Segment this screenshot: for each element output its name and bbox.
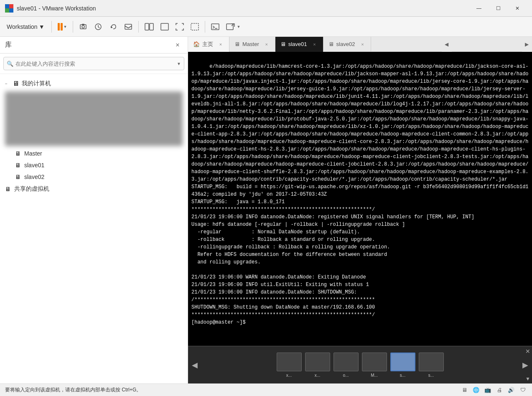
tab-home-label: 主页 [202, 41, 213, 48]
status-bar: 要将输入定向到该虚拟机，请在虚拟机内部单击或按 Ctrl+G。 🖥 🌐 📺 🖨 … [0, 383, 532, 396]
tab-home-close[interactable]: × [217, 41, 224, 48]
tab-home[interactable]: 🏠 主页 × [188, 37, 229, 52]
svg-rect-11 [145, 23, 149, 30]
tab-master-close[interactable]: × [263, 41, 270, 48]
window-controls: — ☐ ✕ [469, 2, 527, 15]
thumbnail-label-6: s... [428, 373, 434, 378]
terminal-icon [211, 23, 219, 31]
split-view-icon [145, 23, 154, 31]
unity-view-button[interactable] [188, 19, 201, 34]
thumbnail-3 [333, 353, 359, 371]
thumbnail-strip-collapse-button[interactable]: ▼ [525, 376, 530, 382]
vm-label-master: Master [24, 150, 42, 157]
sidebar-close-button[interactable]: × [173, 40, 183, 50]
share-vm-button[interactable] [122, 19, 135, 34]
terminal-output[interactable]: e/hadoop/mapreduce/lib/hamcrest-core-1.3… [188, 52, 532, 346]
svg-point-6 [82, 26, 84, 28]
vm-thumbnail-area [0, 90, 188, 148]
fullscreen-button[interactable] [173, 19, 186, 34]
thumbnail-1 [277, 353, 302, 371]
send-message-button[interactable] [209, 19, 222, 34]
svg-rect-12 [150, 23, 153, 30]
thumbnail-item-6[interactable]: s... [419, 353, 444, 378]
toolbar-separator-1 [51, 21, 52, 33]
main-layout: 库 × 🔍 ▼ − 🖥 我的计算机 [0, 37, 532, 383]
thumbnail-4 [362, 353, 387, 371]
svg-marker-3 [5, 8, 9, 13]
zoom-button[interactable]: ▼ [224, 19, 243, 34]
snapshot-manager-button[interactable] [92, 19, 105, 34]
svg-rect-13 [161, 23, 168, 30]
status-display-icon[interactable]: 📺 [484, 386, 492, 394]
status-print-icon[interactable]: 🖨 [495, 386, 504, 394]
single-view-button[interactable] [158, 19, 171, 34]
thumbnail-label-2: x... [315, 373, 320, 378]
minimize-button[interactable]: — [469, 2, 489, 15]
tab-master-label: Master [242, 41, 259, 47]
maximize-button[interactable]: ☐ [489, 2, 508, 15]
thumbnail-label-5: s... [400, 373, 405, 378]
search-dropdown-arrow[interactable]: ▼ [177, 61, 181, 66]
workstation-menu-button[interactable]: Workstation ▼ [3, 19, 48, 34]
vm-snapshot-button[interactable] [76, 19, 90, 34]
thumbnail-item-2[interactable]: x... [305, 353, 330, 378]
expand-icon: − [5, 82, 10, 86]
my-computer-label: 我的计算机 [22, 80, 51, 87]
single-view-icon [160, 23, 169, 31]
computer-icon: 🖥 [13, 80, 19, 87]
my-computer-header[interactable]: − 🖥 我的计算机 [0, 77, 188, 90]
status-computer-icon[interactable]: 🖥 [460, 386, 468, 394]
vm-tree: − 🖥 我的计算机 🖥 Master 🖥 slave01 [0, 74, 188, 383]
vm-icon-slave02: 🖥 [15, 174, 21, 180]
tab-slave02-close[interactable]: × [359, 41, 366, 48]
svg-rect-7 [82, 24, 84, 25]
sidebar-item-shared-vms[interactable]: 🖥 共享的虚拟机 [0, 183, 188, 195]
svg-rect-15 [211, 24, 219, 30]
sidebar-title: 库 [5, 41, 12, 49]
pause-button[interactable]: ▼ [55, 19, 70, 34]
thumbnail-item-3[interactable]: o... [333, 353, 359, 378]
tab-slave01[interactable]: 🖥 slave01 × [275, 37, 323, 52]
status-text: 要将输入定向到该虚拟机，请在虚拟机内部单击或按 Ctrl+G。 [5, 386, 141, 393]
thumbnail-label-4: M... [371, 373, 378, 378]
search-wrapper: 🔍 ▼ [3, 57, 184, 70]
sidebar-item-slave01[interactable]: 🖥 slave01 [0, 159, 188, 171]
status-volume-icon[interactable]: 🔊 [507, 386, 515, 394]
thumbnail-label-1: x... [286, 373, 292, 378]
thumbnail-item-5[interactable]: s... [390, 353, 415, 378]
tab-home-icon: 🏠 [193, 41, 200, 47]
snapshot-manager-icon [94, 23, 102, 31]
status-network-icon[interactable]: 🌐 [472, 386, 480, 394]
svg-marker-2 [9, 4, 13, 8]
thumbnail-item-4[interactable]: M... [362, 353, 387, 378]
tab-scroll-right-button[interactable]: ▶ [522, 37, 532, 52]
tab-slave02[interactable]: 🖥 slave02 × [323, 37, 372, 52]
revert-button[interactable] [107, 19, 120, 34]
pause-icon [58, 23, 63, 31]
thumbnail-strip-close-button[interactable]: ✕ [525, 348, 530, 355]
split-view-button[interactable] [142, 19, 156, 34]
tab-scroll-left-button[interactable]: ◀ [442, 37, 452, 52]
sidebar-item-slave02[interactable]: 🖥 slave02 [0, 171, 188, 183]
close-button[interactable]: ✕ [508, 2, 527, 15]
toolbar-separator-4 [205, 21, 205, 33]
toolbar: Workstation ▼ ▼ [0, 17, 532, 37]
tab-slave02-label: slave02 [336, 41, 355, 47]
search-input[interactable] [3, 57, 184, 70]
thumbnail-item-1[interactable]: x... [277, 353, 302, 378]
sidebar-item-master[interactable]: 🖥 Master [0, 148, 188, 159]
vmware-app-icon [5, 4, 13, 13]
fullscreen-icon [176, 23, 184, 31]
zoom-icon [226, 23, 235, 31]
thumbnail-scroll-right-button[interactable]: ▶ [520, 353, 530, 378]
vm-icon-master: 🖥 [15, 150, 21, 157]
tab-master[interactable]: 🖥 Master × [229, 37, 275, 52]
thumbnail-scroll-left-button[interactable]: ◀ [190, 353, 200, 378]
title-bar: slave01 - VMware Workstation — ☐ ✕ [0, 0, 532, 17]
pause-dropdown: ▼ [64, 25, 67, 29]
tab-slave02-icon: 🖥 [328, 41, 334, 47]
tab-slave01-icon: 🖥 [280, 41, 286, 47]
tab-slave01-close[interactable]: × [311, 41, 318, 48]
window-title: slave01 - VMware Workstation [17, 5, 96, 12]
status-shield-icon[interactable]: 🛡 [519, 386, 527, 394]
